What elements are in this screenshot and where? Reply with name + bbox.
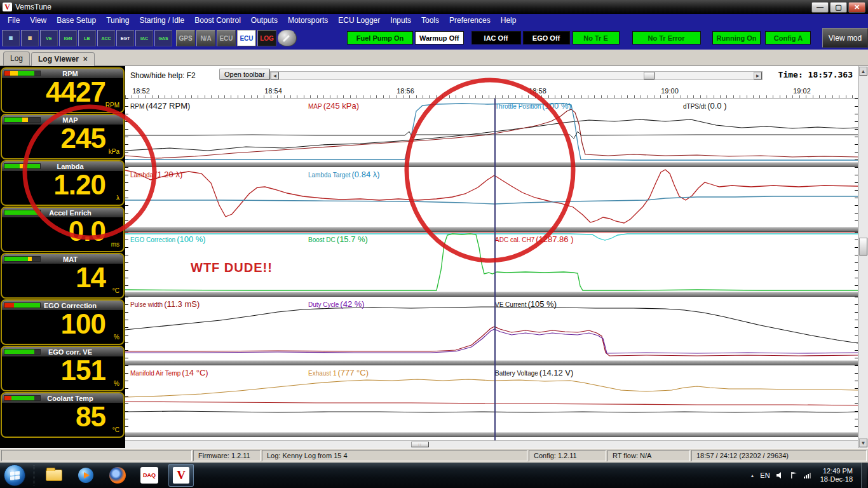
media-player-icon[interactable] (73, 464, 98, 487)
panes-horizontal-scrollbar[interactable]: ⁞⁞ (125, 440, 858, 448)
menu-item-outputs[interactable]: Outputs (246, 14, 283, 27)
chart-pane-4[interactable]: Pulse width(11.3 mS)Duty Cycle(42 %)VE C… (125, 297, 858, 360)
app-logo-icon: V (3, 3, 12, 11)
firefox-icon[interactable] (105, 464, 130, 487)
pane-label-dtps-dt: dTPS/dt(0.0 ) (683, 100, 726, 111)
ecu-dim-button[interactable]: ECU (217, 30, 236, 46)
status-config-a[interactable]: Config A (765, 31, 811, 44)
menu-item-inputs[interactable]: Inputs (385, 14, 416, 27)
close-button[interactable]: ✕ (848, 2, 865, 13)
tray-expand-icon[interactable]: ▲ (750, 473, 754, 478)
tab-log-viewer[interactable]: Log Viewer× (31, 52, 95, 66)
menu-item-file[interactable]: File (3, 14, 25, 27)
main-area: RPM4427RPMMAP245kPaLambda1.20λAccel Enri… (0, 66, 868, 448)
scroll-up-icon[interactable]: ▲ (859, 67, 867, 76)
speaker-icon[interactable] (776, 471, 784, 479)
clock[interactable]: 12:49 PM 18-Dec-18 (820, 467, 853, 484)
tab-log[interactable]: Log (3, 51, 30, 65)
pane-2-plot (125, 167, 858, 227)
taskbar-icons: DAQV (41, 464, 194, 487)
gauge-rpm: RPM4427RPM (1, 67, 125, 113)
clock-date: 18-Dec-18 (820, 475, 853, 483)
scrollbar-thumb[interactable]: ⁞⁞ (411, 442, 429, 447)
scroll-down-icon[interactable]: ▼ (859, 438, 867, 447)
gps-dim-button[interactable]: GPS (176, 30, 195, 46)
show-desktop-button[interactable] (861, 463, 867, 488)
chart-pane-2[interactable]: Lambda(1.20 λ)Lambda Target(0.84 λ) (125, 167, 858, 227)
lambda-table-icon[interactable]: LB (78, 30, 96, 46)
gauge-unit: °C (112, 426, 119, 433)
status-warmup-off[interactable]: Warmup Off (415, 31, 464, 44)
status-no-tr-error[interactable]: No Tr Error (632, 31, 701, 44)
pane-label-name: Lambda (130, 172, 153, 179)
egt-table-icon-glyph: EGT (121, 36, 130, 41)
chart-pane-5[interactable]: Manifold Air Temp(14 °C)Exhaust 1(777 °C… (125, 365, 858, 432)
acc-table-icon-glyph: ACC (101, 36, 111, 41)
menu-item-starting-idle[interactable]: Starting / Idle (134, 14, 189, 27)
pane-label-ego-correction: EGO Correction(100 %) (130, 233, 206, 245)
gauge-bar (4, 117, 41, 123)
status-iac-off[interactable]: IAC Off (471, 31, 521, 44)
action-center-flag-icon[interactable] (790, 471, 797, 479)
language-indicator[interactable]: EN (760, 471, 770, 479)
gauge-bar (4, 163, 41, 169)
iac-table-icon[interactable]: IAC (135, 30, 153, 46)
time-ruler[interactable]: 18:5218:5418:5618:5819:0019:02 (125, 85, 858, 98)
menu-item-boost-control[interactable]: Boost Control (189, 14, 246, 27)
scroll-right-icon[interactable]: ► (754, 72, 762, 79)
gas-table-icon-glyph: GAS (158, 36, 168, 41)
menu-item-view[interactable]: View (25, 14, 51, 27)
toolbar: ▦▦VEIGNLBACCEGTIACGAS GPSN/AECUECULOG Fu… (0, 27, 868, 50)
idaq-icon[interactable]: DAQ (137, 464, 162, 487)
acc-table-icon[interactable]: ACC (97, 30, 115, 46)
gauge-bar-segment (28, 118, 40, 122)
log-map-icon[interactable]: ▦ (21, 30, 39, 46)
open-toolbar-button[interactable]: Open toolbar (219, 69, 270, 80)
ve-table-icon[interactable]: VE (40, 30, 58, 46)
start-button[interactable] (4, 464, 25, 486)
n-a-dim-button[interactable]: N/A (196, 30, 215, 46)
ecu-inecu-button[interactable]: ECU (237, 30, 256, 46)
gas-table-icon[interactable]: GAS (154, 30, 172, 46)
status-fuel-pump-on[interactable]: Fuel Pump On (347, 31, 413, 44)
log-log-button[interactable]: LOG (257, 30, 276, 46)
minimize-button[interactable]: — (811, 2, 829, 13)
menu-item-motorsports[interactable]: Motorsports (283, 14, 333, 27)
view-mode-button[interactable]: View mod (822, 28, 868, 48)
vemstune-icon[interactable]: V (168, 464, 194, 487)
gauge-bar-segment (34, 71, 40, 76)
menu-item-preferences[interactable]: Preferences (444, 14, 496, 27)
config-map-icon[interactable]: ▦ (2, 30, 20, 46)
menu-item-tools[interactable]: Tools (416, 14, 444, 27)
status-ego-off[interactable]: EGO Off (523, 31, 570, 44)
windows-explorer-icon[interactable] (41, 464, 67, 487)
menu-item-base-setup[interactable]: Base Setup (51, 14, 101, 27)
menu-item-ecu-logger[interactable]: ECU Logger (333, 14, 385, 27)
status-no-tr-e[interactable]: No Tr E (573, 31, 620, 44)
gauge-bar-segment (4, 71, 10, 76)
chart-pane-3[interactable]: EGO Correction(100 %)Boost DC(15.7 %)ADC… (125, 232, 858, 292)
log-map-icon-glyph: ▦ (28, 36, 32, 41)
menu-item-help[interactable]: Help (496, 14, 522, 27)
chart-horizontal-scrollbar[interactable]: ◄ ► (270, 71, 763, 80)
tab-close-icon[interactable]: × (83, 55, 88, 64)
egt-table-icon[interactable]: EGT (116, 30, 134, 46)
menu-item-tuning[interactable]: Tuning (101, 14, 134, 27)
status-running-on[interactable]: Running On (712, 31, 761, 44)
gauge-bar-segment (10, 71, 17, 76)
wrench-wrench-button[interactable] (278, 30, 297, 46)
chart-pane-1[interactable]: RPM(4427 RPM)MAP(245 kPa)Throttle Positi… (125, 98, 858, 162)
gauge-unit: kPa (109, 148, 119, 155)
system-tray: ▲ EN 12:49 PM 18-Dec-18 (750, 463, 868, 488)
scroll-left-icon[interactable]: ◄ (271, 72, 279, 79)
gauge-bar (4, 302, 41, 308)
boost-dc-trace (125, 234, 858, 290)
network-icon[interactable] (803, 471, 812, 479)
pane-label-map: MAP(245 kPa) (308, 100, 359, 111)
gauge-bar-segment (4, 396, 11, 400)
maximize-button[interactable]: ▢ (830, 2, 847, 13)
vertical-scrollbar[interactable]: ▲ ▼ (858, 66, 868, 448)
scrollbar-thumb[interactable] (859, 238, 867, 255)
ign-table-icon[interactable]: IGN (59, 30, 77, 46)
scrollbar-thumb[interactable] (644, 72, 654, 79)
